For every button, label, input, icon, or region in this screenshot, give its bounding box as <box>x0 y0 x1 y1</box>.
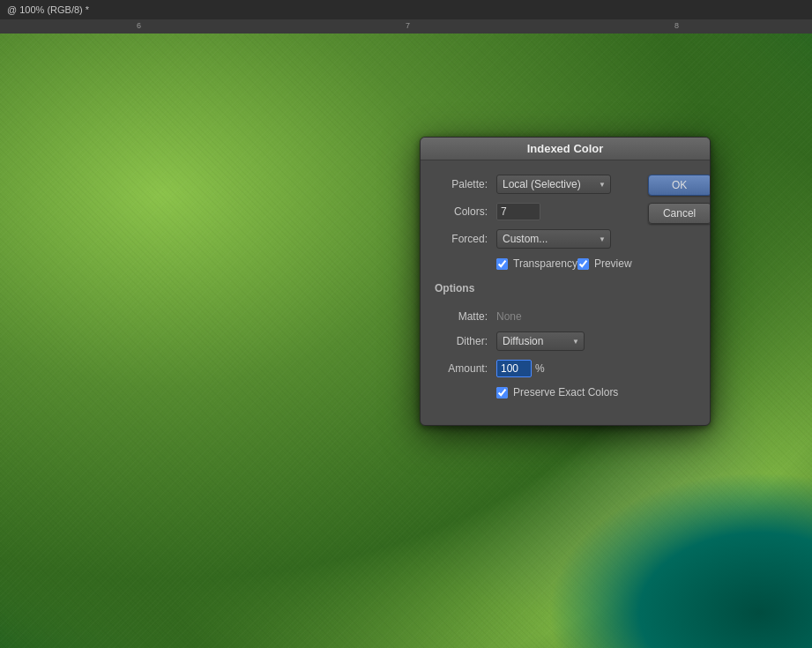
forced-row: Forced: Custom... <box>435 229 641 249</box>
colors-row: Colors: <box>435 203 641 220</box>
amount-input[interactable] <box>496 360 532 377</box>
transparency-label: Transparency <box>513 257 577 270</box>
colors-input[interactable] <box>496 203 540 220</box>
transparency-section: Transparency <box>435 257 577 270</box>
dither-select-wrapper: Diffusion <box>496 331 585 351</box>
transparency-checkbox[interactable] <box>496 258 508 270</box>
preserve-checkbox[interactable] <box>496 387 508 398</box>
matte-value: None <box>496 310 522 323</box>
matte-label: Matte: <box>435 310 488 323</box>
percent-label: % <box>535 362 545 375</box>
dialog-content: Palette: Local (Selective) Colors: <box>435 175 696 407</box>
options-label: Options <box>435 282 474 294</box>
colors-label: Colors: <box>435 205 488 218</box>
dialog-titlebar: Indexed Color <box>421 138 710 160</box>
palette-select-wrapper: Local (Selective) <box>496 175 611 194</box>
preview-checkbox[interactable] <box>577 258 589 270</box>
palette-row: Palette: Local (Selective) <box>435 175 641 194</box>
indexed-color-dialog: Indexed Color Palette: Local (Selective) <box>420 137 711 426</box>
dialog-form: Palette: Local (Selective) Colors: <box>435 175 641 407</box>
preview-section: Preview <box>577 257 632 270</box>
palette-select[interactable]: Local (Selective) <box>496 175 611 194</box>
forced-label: Forced: <box>435 233 488 245</box>
amount-row: Amount: % <box>435 360 641 377</box>
palette-label: Palette: <box>435 178 488 190</box>
dialog-title: Indexed Color <box>527 142 604 155</box>
modal-overlay: Indexed Color Palette: Local (Selective) <box>0 0 812 648</box>
preserve-row: Preserve Exact Colors <box>435 386 641 398</box>
matte-row: Matte: None <box>435 310 641 323</box>
forced-select[interactable]: Custom... <box>496 229 611 249</box>
dialog-body: Palette: Local (Selective) Colors: <box>421 160 710 425</box>
preserve-label: Preserve Exact Colors <box>513 386 618 398</box>
amount-label: Amount: <box>435 362 488 375</box>
dither-label: Dither: <box>435 335 488 347</box>
cancel-button[interactable]: Cancel <box>648 203 711 224</box>
dither-row: Dither: Diffusion <box>435 331 641 351</box>
options-section: Options <box>435 279 641 303</box>
preview-label: Preview <box>594 257 632 270</box>
dialog-buttons: OK Cancel <box>641 175 711 407</box>
transparency-preview-row: Transparency Preview <box>435 257 641 270</box>
ok-button[interactable]: OK <box>648 175 711 196</box>
dither-select[interactable]: Diffusion <box>496 331 585 351</box>
forced-select-wrapper: Custom... <box>496 229 611 249</box>
